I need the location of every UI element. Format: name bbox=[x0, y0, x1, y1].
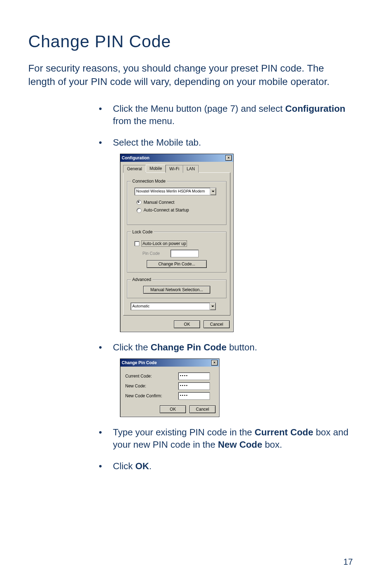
page-title: Change PIN Code bbox=[28, 32, 353, 51]
step-4-bold-2: New Code bbox=[218, 439, 262, 450]
cancel-button[interactable]: Cancel bbox=[189, 405, 216, 413]
ok-button[interactable]: OK bbox=[174, 320, 200, 328]
ok-button[interactable]: OK bbox=[160, 405, 186, 413]
step-1-text-c: from the menu. bbox=[113, 116, 175, 126]
checkbox-auto-lock-label: Auto-Lock on power up bbox=[141, 240, 187, 247]
cpin-titlebar: Change Pin Code × bbox=[120, 359, 219, 367]
change-pin-dialog: Change Pin Code × Current Code: •••• New… bbox=[120, 359, 219, 417]
modem-value: Novatel Wireless Merlin HSDPA Modem bbox=[135, 188, 210, 195]
radio-manual-connect[interactable]: Manual Connect bbox=[137, 200, 223, 205]
manual-network-button[interactable]: Manual Network Selection... bbox=[143, 286, 210, 294]
tab-general[interactable]: General bbox=[123, 165, 146, 173]
step-3-text-c: button. bbox=[226, 342, 257, 353]
tab-panel-mobile: Connection Mode Novatel Wireless Merlin … bbox=[123, 172, 230, 316]
step-1-text-a: Click the Menu button (page 7) and selec… bbox=[113, 103, 285, 114]
pin-code-row: Pin Code bbox=[134, 250, 223, 257]
cpin-buttons: OK Cancel bbox=[120, 403, 219, 417]
group-advanced-label: Advanced bbox=[131, 277, 152, 282]
network-mode-dropdown[interactable]: Automatic bbox=[131, 302, 216, 310]
new-code-label: New Code: bbox=[125, 383, 178, 389]
checkbox-auto-lock[interactable]: Auto-Lock on power up bbox=[134, 240, 223, 247]
network-mode-value: Automatic bbox=[131, 303, 210, 310]
step-4-bold-1: Current Code bbox=[255, 427, 313, 437]
confirm-code-input[interactable]: •••• bbox=[178, 392, 210, 400]
intro-text: For security reasons, you should change … bbox=[28, 62, 353, 88]
step-5-bold: OK bbox=[135, 461, 149, 471]
page-number: 17 bbox=[343, 557, 353, 567]
step-1-bold: Configuration bbox=[285, 103, 345, 114]
tab-mobile[interactable]: Mobile bbox=[146, 165, 166, 172]
step-5: Click OK. bbox=[99, 460, 353, 472]
chevron-down-icon[interactable] bbox=[210, 188, 216, 195]
config-buttons: OK Cancel bbox=[120, 318, 233, 332]
modem-dropdown[interactable]: Novatel Wireless Merlin HSDPA Modem bbox=[134, 188, 216, 195]
confirm-code-row: New Code Confirm: •••• bbox=[125, 392, 214, 400]
tab-strip: General Mobile Wi-Fi LAN bbox=[120, 162, 233, 172]
checkbox-icon bbox=[134, 241, 139, 246]
radio-auto-label: Auto-Connect at Startup bbox=[144, 207, 189, 213]
step-4: Type your existing PIN code in the Curre… bbox=[99, 426, 353, 451]
step-1: Click the Menu button (page 7) and selec… bbox=[99, 103, 353, 127]
current-code-row: Current Code: •••• bbox=[125, 372, 214, 380]
step-2-text: Select the Mobile tab. bbox=[113, 137, 201, 148]
pin-code-input[interactable] bbox=[170, 250, 199, 257]
radio-icon bbox=[137, 200, 141, 205]
cancel-button[interactable]: Cancel bbox=[204, 320, 230, 328]
step-5-text-a: Click bbox=[113, 461, 135, 471]
tab-wifi[interactable]: Wi-Fi bbox=[165, 165, 183, 173]
current-code-input[interactable]: •••• bbox=[178, 372, 210, 380]
step-4-text-a: Type your existing PIN code in the bbox=[113, 427, 255, 437]
pin-code-label: Pin Code bbox=[134, 251, 160, 256]
step-2: Select the Mobile tab. Configuration × G… bbox=[99, 136, 353, 332]
new-code-row: New Code: •••• bbox=[125, 382, 214, 390]
close-icon[interactable]: × bbox=[225, 155, 232, 161]
group-lock-code-label: Lock Code bbox=[131, 229, 154, 235]
radio-icon bbox=[137, 208, 141, 213]
cpin-body: Current Code: •••• New Code: •••• New Co… bbox=[120, 367, 219, 403]
group-lock-code: Lock Code Auto-Lock on power up Pin Code… bbox=[127, 229, 226, 272]
group-connection-mode-label: Connection Mode bbox=[131, 178, 167, 184]
confirm-code-label: New Code Confirm: bbox=[125, 393, 178, 399]
config-title: Configuration bbox=[122, 154, 150, 162]
group-advanced: Advanced Manual Network Selection... bbox=[127, 277, 226, 298]
close-icon[interactable]: × bbox=[211, 360, 218, 366]
tab-lan[interactable]: LAN bbox=[183, 165, 199, 173]
step-4-text-e: box. bbox=[262, 439, 282, 450]
cpin-title: Change Pin Code bbox=[122, 359, 157, 367]
radio-manual-label: Manual Connect bbox=[144, 200, 174, 205]
step-list: Click the Menu button (page 7) and selec… bbox=[28, 103, 353, 473]
step-3-bold: Change Pin Code bbox=[151, 342, 226, 353]
radio-auto-connect[interactable]: Auto-Connect at Startup bbox=[137, 207, 223, 213]
new-code-input[interactable]: •••• bbox=[178, 382, 210, 390]
step-5-text-c: . bbox=[149, 461, 152, 471]
step-3-text-a: Click the bbox=[113, 342, 151, 353]
group-connection-mode: Connection Mode Novatel Wireless Merlin … bbox=[127, 178, 226, 225]
step-3: Click the Change Pin Code button. Change… bbox=[99, 341, 353, 417]
config-titlebar: Configuration × bbox=[120, 154, 233, 162]
current-code-label: Current Code: bbox=[125, 373, 178, 379]
configuration-dialog: Configuration × General Mobile Wi-Fi LAN… bbox=[120, 154, 234, 332]
chevron-down-icon[interactable] bbox=[210, 303, 216, 310]
change-pin-code-button[interactable]: Change Pin Code... bbox=[147, 260, 207, 268]
